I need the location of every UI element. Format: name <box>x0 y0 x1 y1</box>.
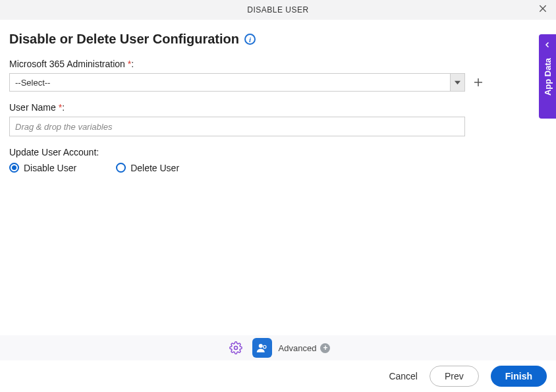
radio-icon <box>9 163 19 173</box>
radio-disable-user[interactable]: Disable User <box>9 163 76 173</box>
advanced-button[interactable]: Advanced + <box>279 343 331 353</box>
radio-delete-user[interactable]: Delete User <box>116 163 179 173</box>
settings-button[interactable] <box>226 338 246 358</box>
svg-marker-2 <box>455 80 460 84</box>
chevron-left-icon <box>543 40 551 51</box>
page-title: Disable or Delete User Configuration <box>9 32 239 47</box>
update-account-label: Update User Account: <box>9 147 547 157</box>
svg-point-5 <box>234 347 237 350</box>
radio-icon <box>116 163 126 173</box>
app-data-tab[interactable]: App Data <box>539 34 556 119</box>
user-mode-button[interactable] <box>252 338 272 358</box>
app-data-label: App Data <box>543 58 553 96</box>
dialog-header: DISABLE USER <box>0 0 556 20</box>
username-input[interactable] <box>9 117 465 136</box>
svg-point-7 <box>263 345 266 349</box>
username-label: User Name *: <box>9 102 547 113</box>
dialog-footer: Cancel Prev Finish <box>0 360 556 392</box>
radio-label: Delete User <box>130 163 179 173</box>
advanced-label: Advanced <box>279 343 317 353</box>
bottom-toolbar: Advanced + <box>0 335 556 360</box>
dialog-title: DISABLE USER <box>247 5 308 14</box>
admin-label: Microsoft 365 Administration *: <box>9 59 547 69</box>
admin-select-value: --Select-- <box>10 74 450 91</box>
info-icon[interactable]: i <box>244 34 256 45</box>
svg-point-6 <box>258 344 262 348</box>
finish-button[interactable]: Finish <box>491 366 547 387</box>
dialog-body: Disable or Delete User Configuration i M… <box>0 20 556 173</box>
admin-select[interactable]: --Select-- <box>9 73 465 92</box>
chevron-down-icon[interactable] <box>450 74 464 91</box>
close-icon[interactable] <box>538 3 548 16</box>
add-admin-button[interactable] <box>472 76 485 89</box>
plus-circle-icon: + <box>320 343 330 353</box>
prev-button[interactable]: Prev <box>430 366 479 387</box>
radio-label: Disable User <box>24 163 76 173</box>
cancel-button[interactable]: Cancel <box>389 371 418 381</box>
